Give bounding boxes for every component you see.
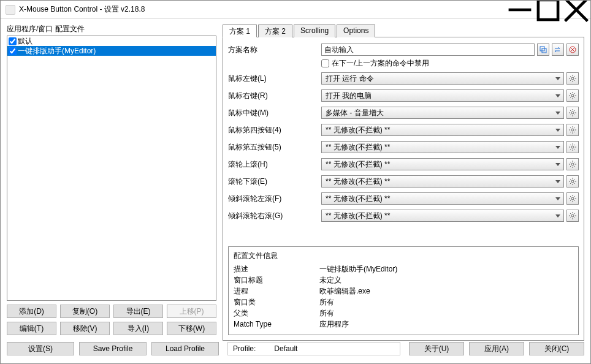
profile-selector[interactable]: Profile: Default <box>227 342 400 355</box>
move-down-button[interactable]: 下移(W) <box>167 322 216 335</box>
info-value: 所有 <box>319 297 334 308</box>
settings-button[interactable]: 设置(S) <box>7 342 74 355</box>
info-value: 应用程序 <box>319 319 349 330</box>
profile-item[interactable]: 一键排版助手(MyEditor) <box>7 46 216 56</box>
tab-layer-1[interactable]: 方案 1 <box>223 25 257 37</box>
info-label: 父类 <box>234 308 319 319</box>
svg-line-34 <box>570 115 571 115</box>
minimize-button[interactable] <box>506 1 534 19</box>
gear-icon[interactable] <box>566 72 579 85</box>
svg-line-14 <box>570 76 571 77</box>
export-button[interactable]: 导出(E) <box>113 305 163 318</box>
svg-line-68 <box>570 179 571 180</box>
gear-icon[interactable] <box>566 210 579 222</box>
button-mapping-select[interactable]: 多媒体 - 音量增大 <box>321 107 564 119</box>
info-value: 一键排版助手(MyEditor) <box>319 264 397 275</box>
button-mapping-select[interactable]: ** 无修改(不拦截) ** <box>321 175 564 188</box>
maximize-button[interactable] <box>534 1 562 19</box>
app-icon <box>6 5 15 15</box>
profile-checkbox[interactable] <box>9 47 17 55</box>
svg-line-62 <box>574 162 575 162</box>
svg-line-44 <box>574 127 575 128</box>
svg-point-36 <box>571 129 574 131</box>
copy-layer-icon[interactable] <box>537 44 549 56</box>
edit-button[interactable]: 编辑(T) <box>7 322 56 335</box>
button-mapping-row: 倾斜滚轮右滚(G)** 无修改(不拦截) ** <box>228 210 579 222</box>
button-mapping-select[interactable]: ** 无修改(不拦截) ** <box>321 192 564 205</box>
revert-layer-icon[interactable] <box>566 44 579 56</box>
profile-checkbox[interactable] <box>9 37 17 45</box>
import-button[interactable]: 导入(I) <box>113 322 163 335</box>
disable-in-cycle-checkbox[interactable] <box>321 59 329 67</box>
button-mapping-select[interactable]: ** 无修改(不拦截) ** <box>321 158 564 170</box>
button-mapping-row: 倾斜滚轮左滚(F)** 无修改(不拦截) ** <box>228 192 579 205</box>
svg-line-50 <box>570 145 571 145</box>
close-dialog-button[interactable]: 关闭(C) <box>529 342 584 355</box>
button-mapping-select[interactable]: ** 无修改(不拦截) ** <box>321 210 564 222</box>
button-mapping-label: 滚轮下滚(E) <box>228 176 321 187</box>
info-row: 窗口类所有 <box>234 297 573 308</box>
gear-icon[interactable] <box>566 175 579 188</box>
profile-list[interactable]: 默认一键排版助手(MyEditor) <box>7 36 216 301</box>
left-panel: 应用程序/窗口 配置文件 默认一键排版助手(MyEditor) 添加(D) 复制… <box>7 24 216 335</box>
svg-line-86 <box>570 213 571 214</box>
gear-icon[interactable] <box>566 158 579 170</box>
button-mapping-select[interactable]: ** 无修改(不拦截) ** <box>321 141 564 153</box>
svg-line-52 <box>570 149 571 150</box>
tab-layer-2[interactable]: 方案 2 <box>258 25 292 37</box>
tab-options[interactable]: Options <box>337 25 375 37</box>
button-mapping-select[interactable]: 打开 我的电脑 <box>321 89 564 102</box>
button-mapping-label: 倾斜滚轮左滚(F) <box>228 194 321 204</box>
info-label: 进程 <box>234 286 319 297</box>
svg-point-72 <box>571 197 574 200</box>
svg-line-26 <box>574 93 575 94</box>
info-label: 描述 <box>234 264 319 275</box>
info-label: 窗口标题 <box>234 275 319 286</box>
svg-line-51 <box>574 149 575 150</box>
button-mapping-label: 鼠标右键(R) <box>228 91 321 101</box>
remove-button[interactable]: 移除(V) <box>60 322 110 335</box>
disable-in-cycle-label: 在下一/上一方案的命令中禁用 <box>332 58 429 69</box>
svg-point-81 <box>571 214 574 217</box>
profile-info-box: 配置文件信息 描述一键排版助手(MyEditor)窗口标题未定义进程欧菲编辑器.… <box>228 246 579 335</box>
load-profile-button[interactable]: Load Profile <box>151 342 219 355</box>
tab-scrolling[interactable]: Scrolling <box>294 25 335 37</box>
layer-name-label: 方案名称 <box>228 45 321 55</box>
info-row: 窗口标题未定义 <box>234 275 573 286</box>
info-row: Match Type应用程序 <box>234 319 573 330</box>
svg-point-27 <box>571 112 574 114</box>
layer-name-input[interactable] <box>321 44 535 56</box>
gear-icon[interactable] <box>566 107 579 119</box>
right-panel: 方案 1 方案 2 Scrolling Options 方案名称 在下一/上一方… <box>223 24 584 335</box>
svg-point-18 <box>571 94 574 97</box>
gear-icon[interactable] <box>566 89 579 102</box>
svg-point-9 <box>571 77 574 80</box>
gear-icon[interactable] <box>566 141 579 153</box>
info-value: 未定义 <box>319 275 341 286</box>
button-mapping-row: 滚轮下滚(E)** 无修改(不拦截) ** <box>228 175 579 188</box>
save-profile-button[interactable]: Save Profile <box>79 342 147 355</box>
gear-icon[interactable] <box>566 124 579 136</box>
svg-line-33 <box>574 115 575 115</box>
about-button[interactable]: 关于(U) <box>409 342 464 355</box>
add-button[interactable]: 添加(D) <box>7 305 56 318</box>
button-mapping-row: 鼠标第四按钮(4)** 无修改(不拦截) ** <box>228 124 579 136</box>
gear-icon[interactable] <box>566 192 579 205</box>
button-mapping-select[interactable]: 打开 运行 命令 <box>321 72 564 85</box>
move-up-button[interactable]: 上移(P) <box>167 305 216 318</box>
apply-button[interactable]: 应用(A) <box>469 342 524 355</box>
button-mapping-row: 鼠标右键(R)打开 我的电脑 <box>228 89 579 102</box>
info-label: Match Type <box>234 320 319 328</box>
svg-line-16 <box>570 80 571 81</box>
svg-line-61 <box>570 166 571 167</box>
svg-line-87 <box>574 218 575 218</box>
svg-line-17 <box>574 76 575 77</box>
button-mapping-label: 鼠标第五按钮(5) <box>228 142 321 153</box>
close-button[interactable] <box>562 1 590 19</box>
button-mapping-select[interactable]: ** 无修改(不拦截) ** <box>321 124 564 136</box>
swap-layer-icon[interactable] <box>552 44 564 56</box>
svg-point-63 <box>571 180 574 183</box>
profile-label: 一键排版助手(MyEditor) <box>18 46 96 56</box>
profile-item[interactable]: 默认 <box>7 36 216 46</box>
copy-button[interactable]: 复制(O) <box>60 305 110 318</box>
